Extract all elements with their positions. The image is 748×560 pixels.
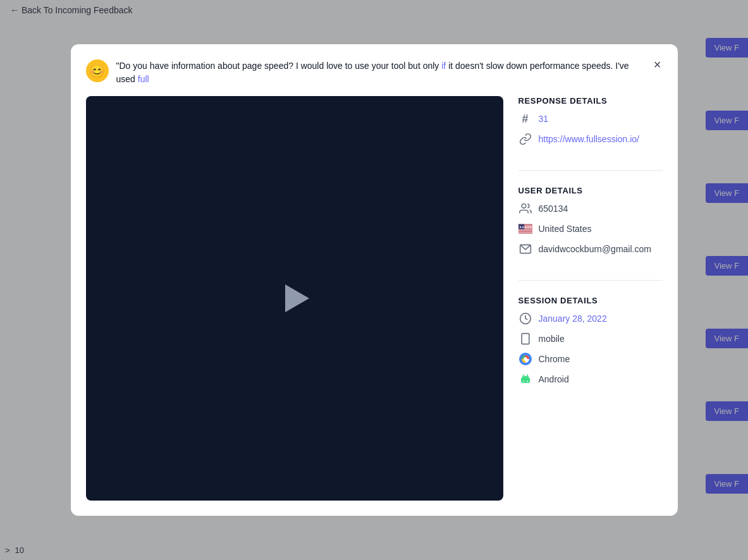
- flag-icon: ★★★★★★: [518, 222, 532, 236]
- session-date[interactable]: January 28, 2022: [539, 313, 607, 324]
- chrome-icon: [518, 352, 532, 366]
- android-icon: [518, 372, 532, 386]
- session-date-row: January 28, 2022: [518, 312, 663, 326]
- user-id-row: 650134: [518, 202, 663, 216]
- user-country-row: ★★★★★★ United States: [518, 222, 663, 236]
- play-triangle-icon: [285, 284, 309, 312]
- avatar: 😊: [86, 59, 109, 82]
- email-icon: [518, 242, 532, 256]
- highlight-full: full: [138, 74, 149, 84]
- response-details-section: RESPONSE DETAILS # 31 https://www.fulls: [518, 96, 663, 152]
- svg-point-16: [524, 357, 527, 361]
- divider-2: [518, 280, 663, 281]
- session-browser: Chrome: [539, 354, 570, 364]
- play-button[interactable]: [276, 279, 314, 317]
- modal-top: 😊 "Do you have information about page sp…: [86, 59, 663, 86]
- clock-icon: [518, 312, 532, 326]
- session-details-section: SESSION DETAILS January 28, 2022: [518, 296, 663, 393]
- svg-rect-7: [518, 232, 532, 233]
- modal-body: RESPONSE DETAILS # 31 https://www.fulls: [86, 96, 663, 501]
- modal-overlay: × 😊 "Do you have information about page …: [0, 0, 748, 560]
- svg-text:★★★★★★: ★★★★★★: [518, 226, 532, 229]
- modal-dialog: × 😊 "Do you have information about page …: [71, 44, 678, 516]
- highlight-if: if: [441, 61, 446, 71]
- session-os-row: Android: [518, 372, 663, 386]
- response-url[interactable]: https://www.fullsession.io/: [539, 134, 640, 144]
- session-os: Android: [539, 374, 569, 384]
- user-details-title: USER DETAILS: [518, 186, 663, 195]
- hash-icon: #: [518, 112, 532, 126]
- feedback-text: "Do you have information about page spee…: [116, 59, 637, 86]
- svg-rect-5: [518, 229, 532, 230]
- user-email-row: davidwcockburn@gmail.com: [518, 242, 663, 256]
- close-button[interactable]: ×: [647, 54, 668, 75]
- user-details-section: USER DETAILS 650134: [518, 186, 663, 262]
- video-player[interactable]: [86, 96, 503, 501]
- session-device-row: mobile: [518, 332, 663, 346]
- session-details-title: SESSION DETAILS: [518, 296, 663, 305]
- svg-rect-24: [527, 380, 528, 382]
- svg-rect-6: [518, 231, 532, 231]
- user-email: davidwcockburn@gmail.com: [539, 244, 651, 254]
- response-id[interactable]: 31: [539, 114, 549, 124]
- svg-point-0: [522, 204, 526, 209]
- link-icon: [518, 132, 532, 146]
- svg-rect-23: [523, 380, 524, 382]
- response-url-row: https://www.fullsession.io/: [518, 132, 663, 146]
- session-browser-row: Chrome: [518, 352, 663, 366]
- mobile-icon: [518, 332, 532, 346]
- users-icon: [518, 202, 532, 216]
- divider-1: [518, 170, 663, 171]
- response-details-title: RESPONSE DETAILS: [518, 96, 663, 106]
- response-id-row: # 31: [518, 112, 663, 126]
- svg-rect-20: [523, 376, 528, 379]
- details-panel: RESPONSE DETAILS # 31 https://www.fulls: [518, 96, 663, 501]
- user-id: 650134: [539, 204, 568, 214]
- user-country: United States: [539, 224, 592, 234]
- session-device: mobile: [539, 334, 565, 344]
